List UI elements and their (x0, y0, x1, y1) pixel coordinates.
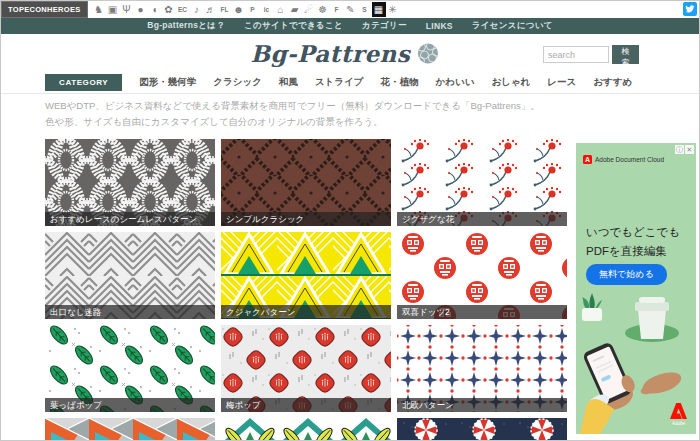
nav-item-license[interactable]: ライセンスについて (472, 20, 553, 32)
adobe-ad: ⓘ ✕ A Adobe Document Cloud いつでもどこでも PDFを… (576, 143, 696, 434)
flower-icon[interactable]: ✿ (162, 2, 176, 17)
cheer-person-icon[interactable]: Ψ (120, 2, 134, 17)
pattern-title: シンプルクラシック (221, 212, 391, 226)
ad-advertiser-name: Adobe Document Cloud (595, 156, 664, 163)
smiley-icon[interactable]: ☻ (232, 2, 246, 17)
pattern-grid: おすすめレースのシームレスパターン シンプルクラシック (45, 139, 567, 441)
p-square-icon[interactable]: P (246, 2, 260, 17)
pattern-tile-leaf-pop[interactable]: 葉っぱポップ (45, 325, 215, 412)
ad-info-icon[interactable]: ⓘ (675, 145, 684, 154)
ad-cta-button[interactable]: 無料で始める (586, 264, 667, 285)
nav-item-category[interactable]: カテゴリー (362, 20, 407, 32)
s-letter-icon[interactable]: S (358, 2, 372, 17)
pattern-tile-double-happiness-dots[interactable]: 双喜ドッツ2 (397, 232, 567, 319)
wheel-icon[interactable]: ☸ (316, 2, 330, 17)
twitter-bird-icon (685, 4, 695, 14)
nav-item-what-you-can-do[interactable]: このサイトでできること (244, 20, 343, 32)
search-input[interactable] (543, 46, 609, 63)
triangle-mosaic-pattern-preview (45, 418, 215, 441)
pattern-title: 梅ポップ (221, 398, 391, 412)
pattern-tile-nordic[interactable]: 北欧パターン (397, 325, 567, 412)
pattern-title: クジャクパターン (221, 305, 391, 319)
category-item-recommended[interactable]: おすすめ (593, 76, 632, 89)
ec-site-icon[interactable]: EC (176, 2, 190, 17)
pattern-tile-classic-diamond[interactable]: シンプルクラシック (221, 139, 391, 226)
ad-close-icon[interactable]: ✕ (685, 145, 694, 154)
ad-controls: ⓘ ✕ (675, 145, 694, 154)
icon-site-icon[interactable]: ic (260, 2, 274, 17)
category-item-flower[interactable]: 花・植物 (381, 76, 419, 89)
search-area: 検索 (543, 45, 639, 64)
category-item-classic[interactable]: クラシック (213, 76, 262, 89)
music-note-icon[interactable]: ♪ (190, 2, 204, 17)
top-utility-bar: TOPECONHEROES ♞ ▣ Ψ ● ◖ ✿ EC ♪ ♬ FL ☻ P … (1, 1, 699, 18)
pattern-tile-triangle-mosaic[interactable] (45, 418, 215, 441)
ad-headline-line-2: PDFを直接編集 (586, 242, 680, 261)
pen-icon[interactable]: ✎ (344, 2, 358, 17)
pattern-tile-zigzag-leaf[interactable] (221, 418, 391, 441)
zigzag-leaf-pattern-preview (221, 418, 391, 441)
grid-icon[interactable]: ▦ (372, 2, 386, 17)
ad-adobe-logo-text: Adobe (672, 421, 686, 426)
site-logo[interactable]: Bg-Pattrens (250, 40, 438, 67)
chat-bubble-icon[interactable]: ◖ (148, 2, 162, 17)
boar-icon[interactable]: ♞ (92, 2, 106, 17)
category-bar: CATEGORY 図形・幾何学 クラシック 和風 ストライプ 花・植物 かわいい… (1, 71, 699, 94)
ad-headline-line-1: いつでもどこでも (586, 223, 680, 242)
pattern-title: 双喜ドッツ2 (397, 305, 567, 319)
intro-line-2: 色や形、サイズも自由にカスタマイズして自分のオリジナルの背景を作ろう。 (45, 114, 540, 130)
topeconheroes-logo[interactable]: TOPECONHEROES (1, 1, 88, 18)
category-item-lace[interactable]: レース (547, 76, 576, 89)
candy-dots-pattern-preview (397, 418, 567, 441)
nav-item-links[interactable]: LINKS (426, 21, 453, 31)
pattern-title: 葉っぱポップ (45, 398, 215, 412)
category-item-cute[interactable]: かわいい (436, 76, 475, 89)
category-item-japanese[interactable]: 和風 (279, 76, 298, 89)
pattern-tile-maze[interactable]: 出口なし迷路 (45, 232, 215, 319)
adobe-logo-icon: A (583, 155, 592, 164)
bg-patterns-page: TOPECONHEROES ♞ ▣ Ψ ● ◖ ✿ EC ♪ ♬ FL ☻ P … (0, 0, 700, 441)
category-item-stripe[interactable]: ストライプ (315, 76, 364, 89)
flat-site-icon[interactable]: FL (218, 2, 232, 17)
site-header: Bg-Pattrens 検索 (1, 34, 699, 71)
twitter-button[interactable] (683, 2, 697, 16)
site-logo-text: Bg-Pattrens (250, 40, 410, 67)
line-site-icon[interactable]: ♬ (204, 2, 218, 17)
copy-icon[interactable]: ▣ (106, 2, 120, 17)
main-nav: Bg-patternsとは？ このサイトでできること カテゴリー LINKS ラ… (1, 18, 699, 34)
pattern-title: おすすめレースのシームレスパターン (45, 212, 215, 226)
pattern-ball-icon (417, 43, 438, 64)
pattern-title: 北欧パターン (397, 398, 567, 412)
pattern-tile-peacock[interactable]: クジャクパターン (221, 232, 391, 319)
ad-headline: いつでもどこでも PDFを直接編集 (586, 223, 680, 261)
category-button[interactable]: CATEGORY (45, 74, 122, 91)
site-intro: WEBやDTP、ビジネス資料などで使える背景素材を商用可でフリー（無料）ダウンロ… (45, 98, 540, 130)
f-letter-icon[interactable]: F (330, 2, 344, 17)
pattern-tile-plum-pop[interactable]: 梅ポップ (221, 325, 391, 412)
bird-icon[interactable]: ☄ (302, 2, 316, 17)
nav-item-about[interactable]: Bg-patternsとは？ (147, 20, 225, 32)
category-item-geometry[interactable]: 図形・幾何学 (139, 76, 196, 89)
pattern-title: 出口なし迷路 (45, 305, 215, 319)
ad-brand: A Adobe Document Cloud (583, 155, 664, 164)
intro-line-1: WEBやDTP、ビジネス資料などで使える背景素材を商用可でフリー（無料）ダウンロ… (45, 98, 540, 114)
pattern-title: ジグザグな花 (397, 212, 567, 226)
pattern-tile-candy-dots[interactable] (397, 418, 567, 441)
sparkle-icon[interactable]: ✳ (386, 2, 400, 17)
pattern-tile-zigzag-flower[interactable]: ジグザグな花 (397, 139, 567, 226)
category-item-stylish[interactable]: おしゃれ (491, 76, 530, 89)
speech-bubble-icon[interactable]: ● (134, 2, 148, 17)
house-icon[interactable]: ⌂ (274, 2, 288, 17)
pattern-tile-lace[interactable]: おすすめレースのシームレスパターン (45, 139, 215, 226)
search-button[interactable]: 検索 (612, 45, 639, 64)
sister-site-icons: ♞ ▣ Ψ ● ◖ ✿ EC ♪ ♬ FL ☻ P ic ⌂ ▰ ☄ ☸ F ✎… (92, 2, 400, 17)
car-icon[interactable]: ▰ (288, 2, 302, 17)
ad-illustration: Adobe (576, 291, 696, 434)
